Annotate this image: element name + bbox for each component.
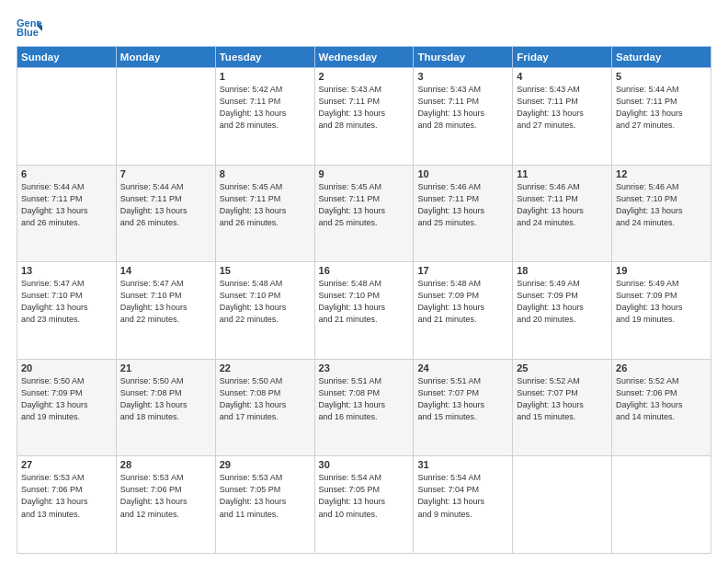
week-row-3: 20Sunrise: 5:50 AM Sunset: 7:09 PM Dayli…	[17, 359, 711, 456]
calendar-cell: 30Sunrise: 5:54 AM Sunset: 7:05 PM Dayli…	[314, 456, 414, 554]
day-number: 5	[616, 71, 707, 82]
week-row-2: 13Sunrise: 5:47 AM Sunset: 7:10 PM Dayli…	[17, 262, 711, 360]
day-info: Sunrise: 5:50 AM Sunset: 7:08 PM Dayligh…	[120, 375, 211, 423]
day-info: Sunrise: 5:44 AM Sunset: 7:11 PM Dayligh…	[21, 181, 112, 229]
day-info: Sunrise: 5:45 AM Sunset: 7:11 PM Dayligh…	[319, 181, 410, 229]
day-number: 8	[220, 168, 311, 179]
calendar-cell	[17, 68, 117, 166]
calendar-cell	[513, 456, 612, 554]
weekday-monday: Monday	[116, 47, 215, 68]
day-info: Sunrise: 5:43 AM Sunset: 7:11 PM Dayligh…	[517, 84, 608, 132]
calendar-cell: 15Sunrise: 5:48 AM Sunset: 7:10 PM Dayli…	[215, 262, 314, 360]
calendar-cell: 14Sunrise: 5:47 AM Sunset: 7:10 PM Dayli…	[116, 262, 215, 360]
calendar-cell: 21Sunrise: 5:50 AM Sunset: 7:08 PM Dayli…	[116, 359, 215, 456]
page: General Blue SundayMondayTuesdayWednesda…	[0, 0, 728, 563]
calendar-cell: 22Sunrise: 5:50 AM Sunset: 7:08 PM Dayli…	[215, 359, 314, 456]
day-number: 23	[319, 362, 410, 373]
day-info: Sunrise: 5:43 AM Sunset: 7:11 PM Dayligh…	[417, 84, 508, 132]
day-number: 12	[616, 168, 707, 179]
day-number: 9	[319, 168, 410, 179]
day-number: 4	[517, 71, 608, 82]
day-info: Sunrise: 5:51 AM Sunset: 7:08 PM Dayligh…	[319, 375, 410, 423]
calendar-cell: 6Sunrise: 5:44 AM Sunset: 7:11 PM Daylig…	[17, 165, 117, 262]
day-info: Sunrise: 5:47 AM Sunset: 7:10 PM Dayligh…	[120, 278, 211, 326]
day-info: Sunrise: 5:52 AM Sunset: 7:06 PM Dayligh…	[616, 375, 707, 423]
day-info: Sunrise: 5:51 AM Sunset: 7:07 PM Dayligh…	[417, 375, 508, 423]
day-number: 21	[120, 362, 211, 373]
day-info: Sunrise: 5:45 AM Sunset: 7:11 PM Dayligh…	[220, 181, 311, 229]
weekday-thursday: Thursday	[414, 47, 513, 68]
weekday-saturday: Saturday	[612, 47, 711, 68]
day-info: Sunrise: 5:48 AM Sunset: 7:10 PM Dayligh…	[220, 278, 311, 326]
day-number: 2	[319, 71, 410, 82]
calendar-cell: 17Sunrise: 5:48 AM Sunset: 7:09 PM Dayli…	[414, 262, 513, 360]
calendar-header: SundayMondayTuesdayWednesdayThursdayFrid…	[17, 47, 711, 68]
day-info: Sunrise: 5:43 AM Sunset: 7:11 PM Dayligh…	[319, 84, 410, 132]
calendar-cell: 26Sunrise: 5:52 AM Sunset: 7:06 PM Dayli…	[612, 359, 711, 456]
day-number: 17	[417, 265, 508, 276]
day-info: Sunrise: 5:48 AM Sunset: 7:09 PM Dayligh…	[417, 278, 508, 326]
day-number: 31	[417, 459, 508, 470]
day-info: Sunrise: 5:46 AM Sunset: 7:11 PM Dayligh…	[417, 181, 508, 229]
calendar-cell: 4Sunrise: 5:43 AM Sunset: 7:11 PM Daylig…	[513, 68, 612, 166]
day-info: Sunrise: 5:53 AM Sunset: 7:06 PM Dayligh…	[21, 472, 112, 520]
day-number: 20	[21, 362, 112, 373]
day-number: 6	[21, 168, 112, 179]
logo: General Blue	[17, 17, 46, 37]
day-number: 14	[120, 265, 211, 276]
calendar-cell: 5Sunrise: 5:44 AM Sunset: 7:11 PM Daylig…	[612, 68, 711, 166]
calendar-cell: 20Sunrise: 5:50 AM Sunset: 7:09 PM Dayli…	[17, 359, 117, 456]
calendar-cell: 8Sunrise: 5:45 AM Sunset: 7:11 PM Daylig…	[215, 165, 314, 262]
weekday-friday: Friday	[513, 47, 612, 68]
calendar-cell: 23Sunrise: 5:51 AM Sunset: 7:08 PM Dayli…	[314, 359, 414, 456]
day-number: 27	[21, 459, 112, 470]
calendar-cell: 10Sunrise: 5:46 AM Sunset: 7:11 PM Dayli…	[414, 165, 513, 262]
calendar-cell: 7Sunrise: 5:44 AM Sunset: 7:11 PM Daylig…	[116, 165, 215, 262]
calendar-cell: 3Sunrise: 5:43 AM Sunset: 7:11 PM Daylig…	[414, 68, 513, 166]
calendar-cell: 9Sunrise: 5:45 AM Sunset: 7:11 PM Daylig…	[314, 165, 414, 262]
day-info: Sunrise: 5:44 AM Sunset: 7:11 PM Dayligh…	[616, 84, 707, 132]
weekday-tuesday: Tuesday	[215, 47, 314, 68]
day-info: Sunrise: 5:47 AM Sunset: 7:10 PM Dayligh…	[21, 278, 112, 326]
calendar-cell: 31Sunrise: 5:54 AM Sunset: 7:04 PM Dayli…	[414, 456, 513, 554]
day-number: 11	[517, 168, 608, 179]
day-info: Sunrise: 5:53 AM Sunset: 7:06 PM Dayligh…	[120, 472, 211, 520]
header: General Blue	[17, 17, 711, 37]
day-info: Sunrise: 5:44 AM Sunset: 7:11 PM Dayligh…	[120, 181, 211, 229]
weekday-wednesday: Wednesday	[314, 47, 414, 68]
day-number: 13	[21, 265, 112, 276]
week-row-1: 6Sunrise: 5:44 AM Sunset: 7:11 PM Daylig…	[17, 165, 711, 262]
day-info: Sunrise: 5:48 AM Sunset: 7:10 PM Dayligh…	[319, 278, 410, 326]
day-number: 19	[616, 265, 707, 276]
calendar-cell: 19Sunrise: 5:49 AM Sunset: 7:09 PM Dayli…	[612, 262, 711, 360]
day-number: 15	[220, 265, 311, 276]
calendar-cell: 11Sunrise: 5:46 AM Sunset: 7:11 PM Dayli…	[513, 165, 612, 262]
day-info: Sunrise: 5:46 AM Sunset: 7:11 PM Dayligh…	[517, 181, 608, 229]
day-info: Sunrise: 5:49 AM Sunset: 7:09 PM Dayligh…	[616, 278, 707, 326]
day-info: Sunrise: 5:53 AM Sunset: 7:05 PM Dayligh…	[220, 472, 311, 520]
day-number: 7	[120, 168, 211, 179]
calendar-cell: 28Sunrise: 5:53 AM Sunset: 7:06 PM Dayli…	[116, 456, 215, 554]
day-number: 18	[517, 265, 608, 276]
week-row-0: 1Sunrise: 5:42 AM Sunset: 7:11 PM Daylig…	[17, 68, 711, 166]
day-number: 10	[417, 168, 508, 179]
calendar-cell: 2Sunrise: 5:43 AM Sunset: 7:11 PM Daylig…	[314, 68, 414, 166]
calendar-cell	[612, 456, 711, 554]
calendar-cell: 25Sunrise: 5:52 AM Sunset: 7:07 PM Dayli…	[513, 359, 612, 456]
svg-text:Blue: Blue	[17, 27, 39, 37]
weekday-sunday: Sunday	[17, 47, 117, 68]
day-info: Sunrise: 5:54 AM Sunset: 7:05 PM Dayligh…	[319, 472, 410, 520]
weekday-row: SundayMondayTuesdayWednesdayThursdayFrid…	[17, 47, 711, 68]
logo-icon: General Blue	[17, 17, 42, 37]
calendar-cell: 12Sunrise: 5:46 AM Sunset: 7:10 PM Dayli…	[612, 165, 711, 262]
day-number: 28	[120, 459, 211, 470]
day-number: 26	[616, 362, 707, 373]
calendar-cell	[116, 68, 215, 166]
day-number: 30	[319, 459, 410, 470]
calendar-cell: 24Sunrise: 5:51 AM Sunset: 7:07 PM Dayli…	[414, 359, 513, 456]
calendar-cell: 13Sunrise: 5:47 AM Sunset: 7:10 PM Dayli…	[17, 262, 117, 360]
day-number: 16	[319, 265, 410, 276]
day-info: Sunrise: 5:42 AM Sunset: 7:11 PM Dayligh…	[220, 84, 311, 132]
day-number: 25	[517, 362, 608, 373]
day-number: 22	[220, 362, 311, 373]
